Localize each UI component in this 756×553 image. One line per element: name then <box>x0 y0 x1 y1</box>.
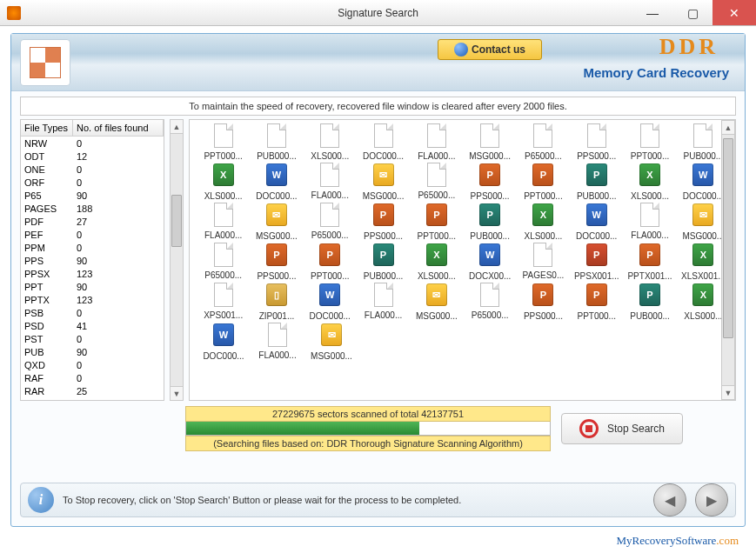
table-row[interactable]: ODT12 <box>21 150 164 163</box>
file-item[interactable]: PPPS000... <box>357 203 410 241</box>
table-row[interactable]: PEF0 <box>21 228 164 241</box>
brand-label: DDR <box>659 34 719 60</box>
scroll-up-icon[interactable]: ▲ <box>722 121 734 135</box>
file-item[interactable]: PAGES0... <box>517 243 570 281</box>
table-row[interactable]: PPTX123 <box>21 293 164 306</box>
file-item[interactable]: PPT000... <box>197 123 250 161</box>
file-item[interactable]: WDOCX00... <box>463 243 516 281</box>
file-item[interactable]: FLA000... <box>357 283 410 321</box>
file-item[interactable]: PPPTX001... <box>623 243 676 281</box>
scroll-down-icon[interactable]: ▼ <box>171 386 183 400</box>
file-item[interactable]: FLA000... <box>623 203 676 241</box>
file-item[interactable]: PPUB000... <box>463 203 516 241</box>
minimize-button[interactable]: — <box>632 0 672 25</box>
file-item[interactable]: WDOC000... <box>250 163 303 201</box>
file-item[interactable]: DOC000... <box>357 123 410 161</box>
file-item[interactable]: XXLS000... <box>410 243 463 281</box>
file-item[interactable]: WDOC000... <box>570 203 623 241</box>
file-item[interactable]: P65000... <box>517 123 570 161</box>
file-item[interactable]: FLA000... <box>410 123 463 161</box>
file-item[interactable]: P65000... <box>410 163 463 201</box>
file-item[interactable]: P65000... <box>304 203 357 241</box>
table-row[interactable]: QXD0 <box>21 358 164 371</box>
table-row[interactable]: PSD41 <box>21 319 164 332</box>
file-item[interactable]: PPPS000... <box>250 243 303 281</box>
file-item[interactable]: PPPT000... <box>570 283 623 321</box>
file-item[interactable]: WDOC000... <box>304 283 357 321</box>
table-row[interactable]: PSB0 <box>21 306 164 319</box>
table-row[interactable]: ONE0 <box>21 163 164 176</box>
file-item[interactable]: PPPT000... <box>517 163 570 201</box>
file-item[interactable]: PPUB000... <box>623 283 676 321</box>
contact-us-button[interactable]: Contact us <box>438 39 542 60</box>
col-file-types[interactable]: File Types <box>21 120 73 136</box>
ppt-icon: P <box>532 163 553 186</box>
file-item[interactable]: P65000... <box>197 243 250 281</box>
file-item[interactable]: PUB000... <box>250 123 303 161</box>
scroll-thumb[interactable] <box>171 195 182 247</box>
nav-next-button[interactable]: ▶ <box>695 483 728 516</box>
footer-link[interactable]: MyRecoverySoftware.com <box>617 534 739 548</box>
table-row[interactable]: PDF27 <box>21 215 164 228</box>
pub-icon: P <box>639 283 660 306</box>
file-item[interactable]: XXLS000... <box>517 203 570 241</box>
file-item[interactable]: PPUB000... <box>570 163 623 201</box>
file-icon <box>320 203 339 227</box>
table-row[interactable]: RAR25 <box>21 384 164 397</box>
table-row[interactable]: RAF0 <box>21 371 164 384</box>
table-row[interactable]: NRW0 <box>21 137 164 150</box>
file-icon <box>214 123 233 148</box>
file-item[interactable]: XXLS000... <box>197 163 250 201</box>
file-item[interactable]: PPUB000... <box>357 243 410 281</box>
file-type-cell: ONE <box>21 164 73 175</box>
file-item[interactable]: ✉MSG000... <box>410 283 463 321</box>
file-item[interactable]: PPS000... <box>570 123 623 161</box>
table-row[interactable]: RAW0 <box>21 397 164 400</box>
file-item[interactable]: FLA000... <box>251 323 304 361</box>
file-item[interactable]: ✉MSG000... <box>250 203 303 241</box>
file-item[interactable]: FLA000... <box>197 203 250 241</box>
file-item[interactable]: ✉MSG000... <box>357 163 410 201</box>
xls-icon: X <box>426 243 447 266</box>
table-row[interactable]: PPS90 <box>21 254 164 267</box>
stop-search-button[interactable]: Stop Search <box>561 413 683 444</box>
table-row[interactable]: ORF0 <box>21 176 164 189</box>
right-scrollbar[interactable]: ▲ ▼ <box>721 120 735 400</box>
scroll-track[interactable] <box>722 135 734 385</box>
file-count-cell: 41 <box>73 321 164 331</box>
file-label: PAGES0... <box>517 270 570 280</box>
scroll-down-icon[interactable]: ▼ <box>722 385 734 399</box>
file-item[interactable]: FLA000... <box>304 163 357 201</box>
file-item[interactable]: MSG000... <box>463 123 516 161</box>
file-count-cell: 90 <box>73 282 164 292</box>
file-item[interactable]: PPPT000... <box>304 243 357 281</box>
file-item[interactable]: XLS000... <box>304 123 357 161</box>
file-item[interactable]: XXLS000... <box>623 163 676 201</box>
scroll-thumb[interactable] <box>723 138 733 338</box>
file-item[interactable]: P65000... <box>463 283 516 321</box>
left-scrollbar[interactable]: ▲ ▼ <box>170 119 184 401</box>
table-row[interactable]: PPSX123 <box>21 267 164 280</box>
table-row[interactable]: PAGES188 <box>21 202 164 215</box>
file-item[interactable]: ▯ZIP001... <box>250 283 303 321</box>
table-row[interactable]: PST0 <box>21 332 164 345</box>
table-row[interactable]: PPT90 <box>21 280 164 293</box>
scroll-up-icon[interactable]: ▲ <box>171 120 183 134</box>
col-files-found[interactable]: No. of files found <box>73 120 164 136</box>
file-item[interactable]: PPPS000... <box>463 163 516 201</box>
table-row[interactable]: PUB90 <box>21 345 164 358</box>
table-row[interactable]: PPM0 <box>21 241 164 254</box>
file-item[interactable]: PPPSX001... <box>570 243 623 281</box>
file-item[interactable]: XPS001... <box>197 283 250 321</box>
file-item[interactable]: ✉MSG000... <box>304 323 358 361</box>
file-item[interactable]: WDOC000... <box>197 323 251 361</box>
table-row[interactable]: P6590 <box>21 189 164 202</box>
file-item[interactable]: PPPT000... <box>410 203 463 241</box>
file-item[interactable]: PPT000... <box>623 123 676 161</box>
close-button[interactable]: ✕ <box>713 0 756 25</box>
scroll-track[interactable] <box>171 134 183 386</box>
file-item[interactable]: PPPS000... <box>517 283 570 321</box>
nav-prev-button[interactable]: ◀ <box>653 483 686 516</box>
maximize-button[interactable]: ▢ <box>672 0 713 25</box>
file-count-cell: 0 <box>73 164 164 175</box>
